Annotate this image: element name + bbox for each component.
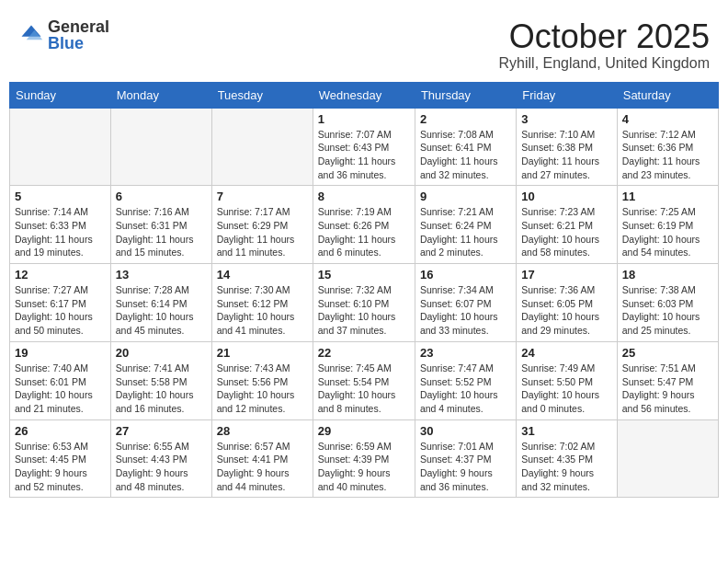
day-number: 1 [318, 112, 410, 126]
day-cell: 20Sunrise: 7:41 AM Sunset: 5:58 PM Dayli… [110, 341, 211, 419]
day-cell: 11Sunrise: 7:25 AM Sunset: 6:19 PM Dayli… [617, 186, 718, 264]
col-header-wednesday: Wednesday [313, 82, 415, 108]
day-number: 28 [217, 424, 308, 438]
day-info: Sunrise: 7:19 AM Sunset: 6:26 PM Dayligh… [318, 205, 410, 259]
day-number: 16 [420, 268, 511, 282]
day-info: Sunrise: 7:47 AM Sunset: 5:52 PM Dayligh… [420, 362, 511, 416]
day-cell [617, 419, 718, 498]
day-cell: 18Sunrise: 7:38 AM Sunset: 6:03 PM Dayli… [617, 264, 718, 342]
day-number: 5 [15, 190, 106, 203]
day-cell: 7Sunrise: 7:17 AM Sunset: 6:29 PM Daylig… [211, 186, 313, 264]
day-number: 24 [521, 346, 611, 360]
day-cell: 16Sunrise: 7:34 AM Sunset: 6:07 PM Dayli… [415, 264, 516, 342]
day-number: 18 [622, 268, 713, 282]
logo-text: General Blue [48, 18, 109, 52]
day-number: 14 [217, 268, 308, 282]
day-number: 10 [521, 190, 611, 203]
day-info: Sunrise: 7:38 AM Sunset: 6:03 PM Dayligh… [622, 283, 713, 338]
day-info: Sunrise: 7:30 AM Sunset: 6:12 PM Dayligh… [217, 283, 308, 338]
day-info: Sunrise: 7:36 AM Sunset: 6:05 PM Dayligh… [521, 283, 611, 338]
day-number: 29 [318, 424, 410, 438]
day-cell: 28Sunrise: 6:57 AM Sunset: 4:41 PM Dayli… [211, 419, 313, 498]
page-header: General Blue October 2025 Ryhill, Englan… [9, 9, 719, 76]
day-info: Sunrise: 7:14 AM Sunset: 6:33 PM Dayligh… [15, 205, 106, 259]
day-info: Sunrise: 6:53 AM Sunset: 4:45 PM Dayligh… [15, 440, 106, 494]
week-row-3: 19Sunrise: 7:40 AM Sunset: 6:01 PM Dayli… [10, 341, 719, 419]
col-header-saturday: Saturday [617, 82, 718, 108]
day-cell: 10Sunrise: 7:23 AM Sunset: 6:21 PM Dayli… [517, 186, 617, 264]
col-header-friday: Friday [517, 82, 617, 108]
day-cell: 4Sunrise: 7:12 AM Sunset: 6:36 PM Daylig… [617, 108, 718, 186]
day-number: 8 [318, 190, 410, 203]
day-info: Sunrise: 7:10 AM Sunset: 6:38 PM Dayligh… [521, 128, 611, 182]
day-info: Sunrise: 7:12 AM Sunset: 6:36 PM Dayligh… [622, 128, 713, 182]
title-location: Ryhill, England, United Kingdom [499, 55, 710, 72]
day-info: Sunrise: 6:57 AM Sunset: 4:41 PM Dayligh… [217, 440, 308, 494]
day-number: 27 [116, 424, 207, 438]
day-number: 17 [521, 268, 611, 282]
day-cell: 12Sunrise: 7:27 AM Sunset: 6:17 PM Dayli… [10, 264, 111, 342]
day-cell: 6Sunrise: 7:16 AM Sunset: 6:31 PM Daylig… [110, 186, 211, 264]
day-number: 20 [116, 346, 207, 360]
day-number: 25 [622, 346, 713, 360]
day-info: Sunrise: 6:59 AM Sunset: 4:39 PM Dayligh… [318, 440, 410, 494]
day-cell: 15Sunrise: 7:32 AM Sunset: 6:10 PM Dayli… [313, 264, 415, 342]
day-cell [211, 108, 313, 186]
col-header-thursday: Thursday [415, 82, 516, 108]
day-number: 12 [15, 268, 106, 282]
day-info: Sunrise: 7:43 AM Sunset: 5:56 PM Dayligh… [217, 362, 308, 416]
day-cell: 21Sunrise: 7:43 AM Sunset: 5:56 PM Dayli… [211, 341, 313, 419]
day-number: 2 [420, 112, 511, 126]
day-cell: 9Sunrise: 7:21 AM Sunset: 6:24 PM Daylig… [415, 186, 516, 264]
day-number: 7 [217, 190, 308, 203]
day-info: Sunrise: 7:34 AM Sunset: 6:07 PM Dayligh… [420, 283, 511, 338]
day-info: Sunrise: 7:07 AM Sunset: 6:43 PM Dayligh… [318, 128, 410, 182]
title-month: October 2025 [499, 18, 710, 55]
day-info: Sunrise: 7:08 AM Sunset: 6:41 PM Dayligh… [420, 128, 511, 182]
day-info: Sunrise: 6:55 AM Sunset: 4:43 PM Dayligh… [116, 440, 207, 494]
day-info: Sunrise: 7:40 AM Sunset: 6:01 PM Dayligh… [15, 362, 106, 416]
col-header-tuesday: Tuesday [211, 82, 313, 108]
day-info: Sunrise: 7:27 AM Sunset: 6:17 PM Dayligh… [15, 283, 106, 338]
logo-icon [18, 22, 44, 48]
title-block: October 2025 Ryhill, England, United Kin… [499, 18, 710, 72]
day-info: Sunrise: 7:23 AM Sunset: 6:21 PM Dayligh… [521, 205, 611, 259]
day-cell: 30Sunrise: 7:01 AM Sunset: 4:37 PM Dayli… [415, 419, 516, 498]
day-cell: 27Sunrise: 6:55 AM Sunset: 4:43 PM Dayli… [110, 419, 211, 498]
calendar-table: SundayMondayTuesdayWednesdayThursdayFrid… [9, 82, 719, 499]
day-number: 30 [420, 424, 511, 438]
col-header-sunday: Sunday [10, 82, 111, 108]
day-info: Sunrise: 7:51 AM Sunset: 5:47 PM Dayligh… [622, 362, 713, 416]
day-number: 11 [622, 190, 713, 203]
day-cell: 13Sunrise: 7:28 AM Sunset: 6:14 PM Dayli… [110, 264, 211, 342]
day-info: Sunrise: 7:41 AM Sunset: 5:58 PM Dayligh… [116, 362, 207, 416]
day-info: Sunrise: 7:25 AM Sunset: 6:19 PM Dayligh… [622, 205, 713, 259]
day-info: Sunrise: 7:01 AM Sunset: 4:37 PM Dayligh… [420, 440, 511, 494]
day-info: Sunrise: 7:45 AM Sunset: 5:54 PM Dayligh… [318, 362, 410, 416]
calendar-header-row: SundayMondayTuesdayWednesdayThursdayFrid… [10, 82, 719, 108]
day-number: 3 [521, 112, 611, 126]
day-number: 6 [116, 190, 207, 203]
day-cell: 3Sunrise: 7:10 AM Sunset: 6:38 PM Daylig… [517, 108, 617, 186]
day-cell: 25Sunrise: 7:51 AM Sunset: 5:47 PM Dayli… [617, 341, 718, 419]
day-info: Sunrise: 7:28 AM Sunset: 6:14 PM Dayligh… [116, 283, 207, 338]
day-cell: 14Sunrise: 7:30 AM Sunset: 6:12 PM Dayli… [211, 264, 313, 342]
day-number: 23 [420, 346, 511, 360]
week-row-0: 1Sunrise: 7:07 AM Sunset: 6:43 PM Daylig… [10, 108, 719, 186]
week-row-4: 26Sunrise: 6:53 AM Sunset: 4:45 PM Dayli… [10, 419, 719, 498]
col-header-monday: Monday [110, 82, 211, 108]
day-cell: 17Sunrise: 7:36 AM Sunset: 6:05 PM Dayli… [517, 264, 617, 342]
logo: General Blue [18, 18, 109, 52]
week-row-2: 12Sunrise: 7:27 AM Sunset: 6:17 PM Dayli… [10, 264, 719, 342]
day-cell: 19Sunrise: 7:40 AM Sunset: 6:01 PM Dayli… [10, 341, 111, 419]
day-info: Sunrise: 7:49 AM Sunset: 5:50 PM Dayligh… [521, 362, 611, 416]
day-cell: 1Sunrise: 7:07 AM Sunset: 6:43 PM Daylig… [313, 108, 415, 186]
day-cell: 22Sunrise: 7:45 AM Sunset: 5:54 PM Dayli… [313, 341, 415, 419]
day-number: 31 [521, 424, 611, 438]
day-info: Sunrise: 7:16 AM Sunset: 6:31 PM Dayligh… [116, 205, 207, 259]
day-number: 13 [116, 268, 207, 282]
day-cell: 26Sunrise: 6:53 AM Sunset: 4:45 PM Dayli… [10, 419, 111, 498]
day-cell: 23Sunrise: 7:47 AM Sunset: 5:52 PM Dayli… [415, 341, 516, 419]
day-info: Sunrise: 7:17 AM Sunset: 6:29 PM Dayligh… [217, 205, 308, 259]
day-number: 4 [622, 112, 713, 126]
